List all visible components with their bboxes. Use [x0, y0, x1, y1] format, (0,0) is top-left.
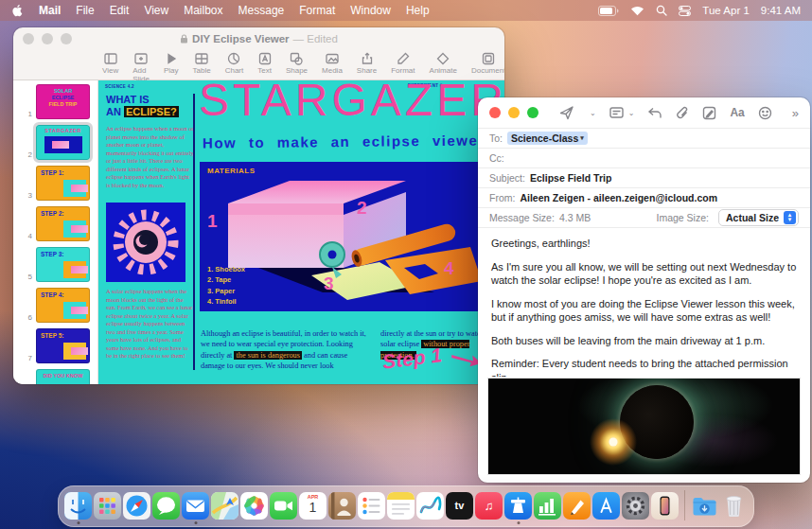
zoom-button[interactable] [527, 107, 538, 118]
send-options-chevron-icon[interactable]: ⌄ [590, 109, 596, 117]
minimize-button[interactable] [508, 107, 520, 118]
body-paragraph: As I'm sure you all know, we will be set… [491, 260, 797, 288]
text-button[interactable]: Text [257, 52, 272, 75]
menu-item-window[interactable]: Window [350, 4, 391, 17]
slide-thumbnail-3[interactable]: 3 STEP 1: [23, 166, 92, 201]
slide-thumbnail-5[interactable]: 5 STEP 3: [23, 247, 92, 282]
dock-freeform-icon[interactable] [416, 492, 444, 520]
view-button[interactable]: View [102, 52, 118, 75]
close-button[interactable] [489, 107, 501, 118]
dock-music-icon[interactable]: ♫ [475, 492, 503, 520]
menu-item-mailbox[interactable]: Mailbox [184, 4, 222, 17]
slide-heading[interactable]: WHAT IS AN ECLIPSE? [106, 94, 179, 117]
spotlight-search-icon[interactable] [656, 5, 667, 16]
dock-reminders-icon[interactable] [358, 492, 385, 520]
menu-item-help[interactable]: Help [406, 4, 430, 17]
materials-box[interactable]: MATERIALS 1 2 3 4 1. Shoebox 2. Tape 3. … [200, 162, 493, 311]
emoji-button[interactable] [758, 106, 772, 120]
document-title[interactable]: DIY Eclipse Viewer [192, 33, 290, 44]
menu-item-message[interactable]: Message [238, 4, 285, 17]
dock-photos-icon[interactable] [240, 492, 268, 520]
shape-button[interactable]: Shape [286, 52, 308, 75]
dock-system-settings-icon[interactable] [622, 492, 649, 520]
close-button[interactable] [23, 33, 34, 44]
menu-item-file[interactable]: File [76, 4, 94, 17]
dock-pages-icon[interactable] [563, 492, 591, 520]
dock-maps-icon[interactable] [211, 492, 238, 520]
message-size-row: Message Size: 4.3 MB Image Size: Actual … [478, 207, 810, 227]
dock-numbers-icon[interactable] [534, 492, 561, 520]
menubar-date[interactable]: Tue Apr 1 [702, 5, 749, 16]
menu-item-edit[interactable]: Edit [110, 4, 130, 17]
dock-safari-icon[interactable] [123, 492, 150, 520]
eclipse-photo-attachment[interactable] [487, 378, 801, 475]
add-slide-button[interactable]: Add Slide [132, 52, 150, 83]
mail-compose-window: ⌄ ⌄ Aa » To: Science-Class▾ Cc: Subject:… [478, 97, 810, 483]
format-button[interactable]: Format [391, 52, 415, 75]
markup-button[interactable] [702, 106, 716, 120]
eclipse-flare [589, 417, 638, 467]
reply-indicator-icon[interactable] [647, 107, 662, 119]
document-button[interactable]: Document [471, 52, 504, 75]
dock-finder-icon[interactable] [64, 492, 92, 520]
message-body[interactable]: Greetings, earthlings! As I'm sure you a… [478, 227, 810, 377]
chart-button[interactable]: Chart [225, 52, 244, 75]
menubar-time[interactable]: 9:41 AM [761, 5, 801, 16]
slide-thumbnail-4[interactable]: 4 STEP 2: [23, 206, 92, 241]
slide-thumbnail-1[interactable]: 1 SOLARECLIPSEFIELD TRIP [23, 84, 92, 119]
battery-icon[interactable] [598, 6, 619, 16]
dock-calendar-icon[interactable]: APR1 [299, 492, 327, 520]
slide-title-stargazer[interactable]: STARGAZER [199, 80, 504, 126]
toolbar-overflow-chevron[interactable]: » [792, 106, 799, 120]
control-center-icon[interactable] [679, 6, 691, 16]
outro-paragraph-left[interactable]: Although an eclipse is beautiful, in ord… [201, 328, 369, 372]
from-field[interactable]: From: Aileen Zeigen - aileen.zeigen@iclo… [478, 187, 810, 207]
wifi-icon[interactable] [630, 6, 644, 16]
header-fields-button[interactable]: ⌄ [609, 106, 635, 119]
menu-item-view[interactable]: View [144, 4, 168, 17]
apple-menu-icon[interactable] [11, 4, 24, 17]
dock-notes-icon[interactable] [387, 492, 415, 520]
zoom-button[interactable] [61, 33, 72, 44]
callout-number-3: 3 [324, 273, 334, 294]
body-paragraph: Greetings, earthlings! [491, 237, 797, 251]
dock-iphone-mirroring-icon[interactable] [651, 492, 679, 520]
table-button[interactable]: Table [193, 52, 211, 75]
eclipse-paragraph-2[interactable]: A solar eclipse happens when the moon bl… [106, 288, 194, 361]
menu-item-mail[interactable]: Mail [39, 4, 61, 17]
menu-item-format[interactable]: Format [299, 4, 335, 17]
format-button[interactable]: Aa [730, 106, 744, 119]
dock-facetime-icon[interactable] [270, 492, 297, 520]
slide-thumbnail-8[interactable]: 8 DID YOU KNOW [23, 369, 92, 384]
slide-thumbnail-2-selected[interactable]: 2 STARGAZER [23, 125, 92, 160]
token-chevron-icon: ▾ [580, 134, 584, 142]
minimize-button[interactable] [42, 33, 53, 44]
share-button[interactable]: Share [357, 52, 377, 75]
play-button[interactable]: Play [164, 52, 179, 75]
dock-apple-tv-icon[interactable]: tv [446, 492, 473, 520]
dock-launchpad-icon[interactable] [94, 492, 121, 520]
cc-field[interactable]: Cc: [478, 148, 810, 168]
sun-illustration[interactable] [106, 203, 185, 282]
dock-mail-icon[interactable] [182, 492, 209, 520]
send-button[interactable] [559, 105, 574, 120]
eclipse-paragraph-1[interactable]: An eclipse happens when a moon or planet… [106, 125, 194, 189]
subject-field[interactable]: Subject: Eclipse Field Trip [478, 168, 810, 187]
slide-thumbnail-6[interactable]: 6 STEP 4: [23, 288, 92, 323]
animate-button[interactable]: Animate [430, 52, 457, 75]
dock-contacts-icon[interactable] [328, 492, 356, 520]
recipient-token[interactable]: Science-Class▾ [507, 132, 588, 145]
image-size-select[interactable]: Actual Size ▲▼ [718, 209, 799, 226]
to-field[interactable]: To: Science-Class▾ [478, 128, 810, 148]
dock-messages-icon[interactable] [152, 492, 180, 520]
slide-canvas[interactable]: SCIENCE 4.2 EXPERIMENT # WHAT IS AN ECLI… [98, 80, 504, 384]
document-edited-status: — Edited [293, 33, 338, 44]
slide-thumbnail-7[interactable]: 7 STEP 5: [23, 328, 92, 363]
dock-trash-icon[interactable] [720, 492, 748, 520]
slide-subtitle[interactable]: How to make an eclipse viewer! [203, 132, 491, 150]
media-button[interactable]: Media [322, 52, 343, 75]
dock-keynote-icon[interactable] [504, 492, 532, 520]
dock-app-store-icon[interactable] [592, 492, 620, 520]
attach-button[interactable] [676, 106, 689, 120]
dock-downloads-folder-icon[interactable] [691, 492, 718, 520]
